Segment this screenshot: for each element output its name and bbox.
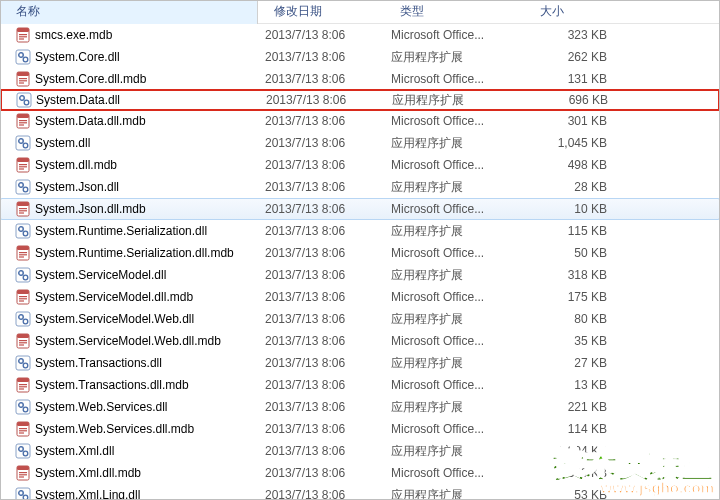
svg-rect-76	[19, 432, 24, 433]
column-header-size-text: 大小	[540, 4, 564, 18]
svg-rect-2	[19, 34, 27, 35]
file-name-cell[interactable]: System.Xml.dll.mdb	[1, 465, 259, 481]
file-name-cell[interactable]: System.Json.dll	[1, 179, 259, 195]
file-row[interactable]: System.Xml.dll.mdb2013/7/13 8:06Microsof…	[0, 462, 720, 484]
column-header-date[interactable]: 修改日期	[258, 0, 384, 24]
file-type-cell: Microsoft Office...	[385, 72, 525, 86]
file-name-cell[interactable]: System.Json.dll.mdb	[1, 201, 259, 217]
file-name-cell[interactable]: System.ServiceModel.dll	[1, 267, 259, 283]
file-name: System.Xml.dll.mdb	[35, 466, 141, 480]
file-date-cell: 2013/7/13 8:06	[259, 136, 385, 150]
file-date-cell: 2013/7/13 8:06	[259, 246, 385, 260]
file-row[interactable]: System.Transactions.dll.mdb2013/7/13 8:0…	[0, 374, 720, 396]
file-date-cell: 2013/7/13 8:06	[259, 268, 385, 282]
column-header-name[interactable]: 名称	[0, 0, 258, 24]
dll-file-icon	[15, 355, 31, 371]
file-row[interactable]: System.Runtime.Serialization.dll2013/7/1…	[0, 220, 720, 242]
file-size-cell: 114 KB	[525, 422, 615, 436]
file-name: System.Json.dll.mdb	[35, 202, 146, 216]
file-name-cell[interactable]: System.Core.dll.mdb	[1, 71, 259, 87]
file-type-cell: Microsoft Office...	[385, 246, 525, 260]
file-date-cell: 2013/7/13 8:06	[259, 356, 385, 370]
file-name-cell[interactable]: System.Transactions.dll.mdb	[1, 377, 259, 393]
dll-file-icon	[15, 487, 31, 500]
file-size-cell: 323 KB	[525, 28, 615, 42]
file-name-cell[interactable]: System.Runtime.Serialization.dll	[1, 223, 259, 239]
svg-rect-49	[17, 290, 29, 294]
file-row[interactable]: System.Transactions.dll2013/7/13 8:06应用程…	[0, 352, 720, 374]
file-row[interactable]: System.Xml.dll2013/7/13 8:06应用程序扩展1,304 …	[0, 440, 720, 462]
dll-file-icon	[16, 92, 32, 108]
file-type-cell: 应用程序扩展	[385, 223, 525, 240]
file-name-cell[interactable]: System.Transactions.dll	[1, 355, 259, 371]
file-type-cell: Microsoft Office...	[385, 466, 525, 480]
svg-rect-28	[19, 168, 24, 169]
file-size-cell: 1,045 KB	[525, 136, 615, 150]
file-row[interactable]: System.dll.mdb2013/7/13 8:06Microsoft Of…	[0, 154, 720, 176]
file-size-cell: 35 KB	[525, 334, 615, 348]
file-date-cell: 2013/7/13 8:06	[259, 378, 385, 392]
svg-rect-3	[19, 36, 27, 37]
file-size-cell: 53 KB	[525, 488, 615, 500]
svg-rect-26	[19, 164, 27, 165]
file-row[interactable]: System.Runtime.Serialization.dll.mdb2013…	[0, 242, 720, 264]
file-row[interactable]: System.Core.dll.mdb2013/7/13 8:06Microso…	[0, 68, 720, 90]
file-name-cell[interactable]: System.dll.mdb	[1, 157, 259, 173]
file-row[interactable]: smcs.exe.mdb2013/7/13 8:06Microsoft Offi…	[0, 24, 720, 46]
file-name-cell[interactable]: System.ServiceModel.dll.mdb	[1, 289, 259, 305]
file-name-cell[interactable]: System.ServiceModel.Web.dll.mdb	[1, 333, 259, 349]
file-name-cell[interactable]: System.dll	[1, 135, 259, 151]
file-row[interactable]: System.Json.dll2013/7/13 8:06应用程序扩展28 KB	[0, 176, 720, 198]
svg-rect-60	[19, 344, 24, 345]
file-name: System.Data.dll.mdb	[35, 114, 146, 128]
svg-rect-82	[19, 472, 27, 473]
file-name-cell[interactable]: System.Xml.Linq.dll	[1, 487, 259, 500]
file-row[interactable]: System.Web.Services.dll.mdb2013/7/13 8:0…	[0, 418, 720, 440]
file-row[interactable]: System.dll2013/7/13 8:06应用程序扩展1,045 KB	[0, 132, 720, 154]
svg-rect-1	[17, 28, 29, 32]
file-size-cell: 131 KB	[525, 72, 615, 86]
file-row[interactable]: System.Core.dll2013/7/13 8:06应用程序扩展262 K…	[0, 46, 720, 68]
file-name: System.Data.dll	[36, 93, 120, 107]
svg-rect-44	[19, 256, 24, 257]
file-row[interactable]: System.Web.Services.dll2013/7/13 8:06应用程…	[0, 396, 720, 418]
file-name-cell[interactable]: smcs.exe.mdb	[1, 27, 259, 43]
mdb-file-icon	[15, 113, 31, 129]
file-size-cell: 50 KB	[525, 246, 615, 260]
file-name: smcs.exe.mdb	[35, 28, 112, 42]
file-name-cell[interactable]: System.Xml.dll	[1, 443, 259, 459]
file-date-cell: 2013/7/13 8:06	[259, 224, 385, 238]
file-size-cell: 10 KB	[525, 202, 615, 216]
file-row[interactable]: System.ServiceModel.Web.dll.mdb2013/7/13…	[0, 330, 720, 352]
file-name-cell[interactable]: System.Runtime.Serialization.dll.mdb	[1, 245, 259, 261]
file-row[interactable]: System.Xml.Linq.dll2013/7/13 8:06应用程序扩展5…	[0, 484, 720, 500]
file-size-cell: 221 KB	[525, 400, 615, 414]
column-header-type[interactable]: 类型	[384, 0, 524, 24]
column-header-size[interactable]: 大小	[524, 0, 614, 24]
file-date-cell: 2013/7/13 8:06	[259, 50, 385, 64]
file-date-cell: 2013/7/13 8:06	[259, 400, 385, 414]
dll-file-icon	[15, 267, 31, 283]
file-row[interactable]: System.Json.dll.mdb2013/7/13 8:06Microso…	[0, 198, 720, 220]
svg-rect-67	[19, 386, 27, 387]
file-name-cell[interactable]: System.ServiceModel.Web.dll	[1, 311, 259, 327]
file-row[interactable]: System.ServiceModel.Web.dll2013/7/13 8:0…	[0, 308, 720, 330]
file-name-cell[interactable]: System.Web.Services.dll	[1, 399, 259, 415]
file-name-cell[interactable]: System.Web.Services.dll.mdb	[1, 421, 259, 437]
file-type-cell: Microsoft Office...	[385, 290, 525, 304]
file-size-cell: 115 KB	[525, 224, 615, 238]
file-name-cell[interactable]: System.Core.dll	[1, 49, 259, 65]
file-row[interactable]: System.Data.dll2013/7/13 8:06应用程序扩展696 K…	[0, 89, 720, 111]
file-size-cell: 175 KB	[525, 290, 615, 304]
file-row[interactable]: System.ServiceModel.dll.mdb2013/7/13 8:0…	[0, 286, 720, 308]
file-name: System.dll	[35, 136, 90, 150]
file-name-cell[interactable]: System.Data.dll	[2, 92, 260, 108]
file-row[interactable]: System.ServiceModel.dll2013/7/13 8:06应用程…	[0, 264, 720, 286]
svg-rect-12	[19, 82, 24, 83]
file-name: System.Transactions.dll	[35, 356, 162, 370]
file-name: System.Runtime.Serialization.dll.mdb	[35, 246, 234, 260]
file-date-cell: 2013/7/13 8:06	[259, 290, 385, 304]
file-size-cell: 13 KB	[525, 378, 615, 392]
file-row[interactable]: System.Data.dll.mdb2013/7/13 8:06Microso…	[0, 110, 720, 132]
file-name-cell[interactable]: System.Data.dll.mdb	[1, 113, 259, 129]
